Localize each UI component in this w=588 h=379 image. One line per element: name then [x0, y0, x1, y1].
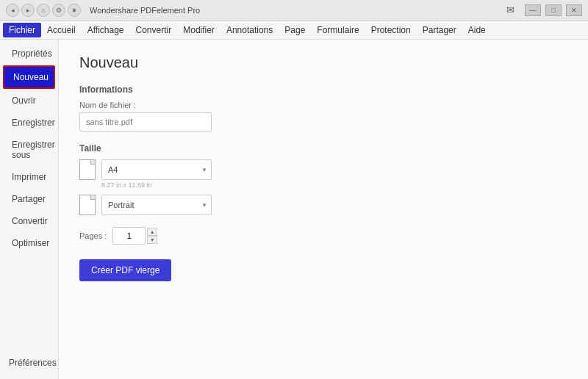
orientation-row: Portrait Paysage ▼ [79, 195, 567, 215]
sidebar-item-ouvrir[interactable]: Ouvrir [3, 90, 55, 111]
menu-fichier[interactable]: Fichier [3, 23, 41, 37]
menu-aide[interactable]: Aide [462, 23, 492, 37]
nav-settings-icon[interactable]: ⚙ [52, 4, 65, 17]
main-layout: Propriétés Nouveau Ouvrir Enregistrer En… [0, 40, 588, 379]
create-pdf-button[interactable]: Créer PDF vierge [79, 259, 171, 281]
menu-affichage[interactable]: Affichage [82, 23, 130, 37]
menu-modifier[interactable]: Modifier [177, 23, 220, 37]
orientation-select[interactable]: Portrait Paysage [101, 195, 212, 215]
titlebar: ◂ ▸ ⌂ ⚙ ★ Wondershare PDFelement Pro ✉ —… [0, 0, 588, 21]
pages-input[interactable] [112, 227, 146, 245]
filename-label: Nom de fichier : [79, 101, 567, 109]
menu-convertir[interactable]: Convertir [130, 23, 178, 37]
maximize-button[interactable]: □ [545, 4, 562, 16]
pages-label: Pages : [79, 231, 107, 240]
nav-home-icon[interactable]: ⌂ [37, 4, 50, 17]
menu-page[interactable]: Page [279, 23, 311, 37]
page-title: Nouveau [79, 54, 567, 71]
filename-input[interactable] [79, 112, 212, 131]
size-select-wrapper: A4 A3 Letter Legal ▼ [101, 159, 212, 180]
pages-row: Pages : ▲ ▼ [79, 227, 567, 245]
nav-forward-icon[interactable]: ▸ [21, 4, 35, 17]
pages-increment[interactable]: ▲ [147, 228, 157, 236]
close-button[interactable]: ✕ [566, 4, 582, 16]
menu-annotations[interactable]: Annotations [220, 23, 279, 37]
app-title: Wondershare PDFelement Pro [90, 6, 200, 15]
menu-accueil[interactable]: Accueil [41, 23, 82, 37]
informations-section: Informations Nom de fichier : [79, 84, 567, 131]
content-area: Nouveau Informations Nom de fichier : Ta… [59, 40, 588, 379]
sidebar-item-proprietes[interactable]: Propriétés [3, 43, 55, 64]
pages-input-wrapper: ▲ ▼ [112, 227, 157, 245]
taille-section: Taille A4 A3 Letter Legal ▼ 8.27 in x 11… [79, 143, 567, 215]
sidebar-item-enregistrer[interactable]: Enregistrer [3, 112, 55, 133]
sidebar-item-convertir[interactable]: Convertir [3, 211, 55, 231]
email-icon[interactable]: ✉ [506, 4, 514, 15]
size-row: A4 A3 Letter Legal ▼ [79, 159, 567, 180]
nav-star-icon[interactable]: ★ [68, 4, 81, 17]
page-size-icon [79, 159, 96, 180]
titlebar-right: ✉ — □ ✕ [506, 4, 582, 16]
sidebar-item-preferences[interactable]: Préférences [0, 353, 58, 373]
menu-partager[interactable]: Partager [417, 23, 462, 37]
sidebar: Propriétés Nouveau Ouvrir Enregistrer En… [0, 40, 59, 379]
minimize-button[interactable]: — [525, 4, 541, 16]
sidebar-item-enregistrer-sous[interactable]: Enregistrer sous [3, 134, 55, 165]
nav-back-icon[interactable]: ◂ [6, 4, 19, 17]
size-select[interactable]: A4 A3 Letter Legal [101, 159, 212, 180]
page-orientation-icon [79, 195, 96, 215]
size-subtitle: 8.27 in x 11.69 in [101, 181, 567, 189]
taille-label: Taille [79, 143, 567, 154]
pages-decrement[interactable]: ▼ [147, 236, 157, 244]
titlebar-left: ◂ ▸ ⌂ ⚙ ★ Wondershare PDFelement Pro [6, 4, 200, 17]
informations-label: Informations [79, 84, 567, 95]
titlebar-nav-icons: ◂ ▸ ⌂ ⚙ ★ [6, 4, 81, 17]
pages-spinners: ▲ ▼ [147, 228, 157, 244]
sidebar-item-imprimer[interactable]: Imprimer [3, 167, 55, 187]
sidebar-item-partager[interactable]: Partager [3, 189, 55, 209]
menu-formulaire[interactable]: Formulaire [311, 23, 365, 37]
menubar: Fichier Accueil Affichage Convertir Modi… [0, 21, 588, 40]
orientation-select-wrapper: Portrait Paysage ▼ [101, 195, 212, 215]
sidebar-item-nouveau[interactable]: Nouveau [3, 65, 55, 89]
sidebar-item-optimiser[interactable]: Optimiser [3, 233, 55, 253]
menu-protection[interactable]: Protection [365, 23, 417, 37]
